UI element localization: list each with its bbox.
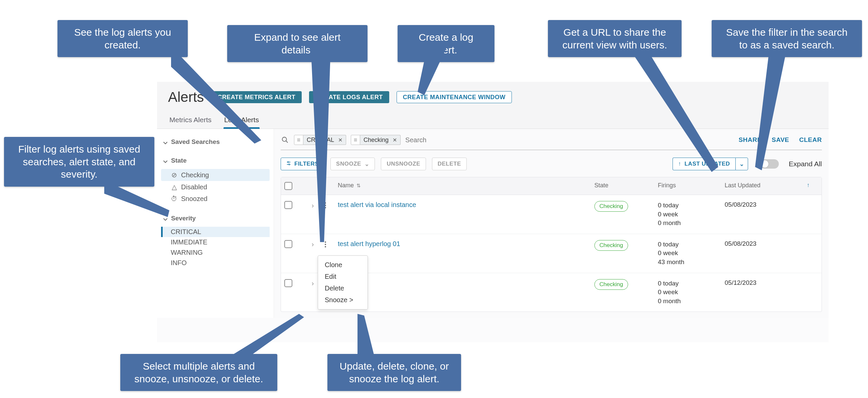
ctx-snooze[interactable]: Snooze >	[318, 294, 368, 306]
select-all-checkbox[interactable]	[284, 182, 292, 190]
svg-point-5	[289, 164, 290, 165]
col-firings[interactable]: Firings	[658, 182, 725, 189]
unsnooze-button[interactable]: Unsnooze	[381, 158, 426, 170]
search-icon[interactable]	[281, 136, 289, 144]
state-header[interactable]: State	[161, 156, 270, 166]
state-item-snoozed[interactable]: ⏱ Snoozed	[161, 193, 270, 205]
svg-marker-9	[635, 57, 718, 172]
table-header: Name ⇅ State Firings Last Updated ↑	[281, 177, 822, 195]
callout-pointer-icon	[234, 314, 311, 357]
svg-marker-12	[234, 314, 304, 356]
svg-marker-8	[417, 45, 448, 95]
filters-icon	[286, 161, 291, 167]
severity-item-info[interactable]: INFO	[161, 258, 270, 268]
delete-button[interactable]: Delete	[432, 158, 467, 170]
state-item-label: Snoozed	[181, 195, 208, 203]
sidebar-section-severity: Severity CRITICAL IMMEDIATE WARNING INFO	[161, 213, 270, 268]
alert-name-link[interactable]: test alert hyperlog 01	[338, 240, 594, 248]
svg-marker-13	[358, 314, 374, 356]
main-panel: = CRITICAL ✕ = Checking ✕ Share S	[274, 129, 829, 318]
state-item-disabled[interactable]: △ Disabled	[161, 181, 270, 193]
chip-equals: =	[351, 135, 360, 145]
severity-label: Severity	[171, 215, 196, 222]
callout-pointer-icon	[104, 180, 171, 220]
app-body: Saved Searches State ⊘ Checking △ Disabl…	[157, 129, 829, 318]
alerts-table: Name ⇅ State Firings Last Updated ↑ › te…	[281, 177, 822, 312]
chevron-down-icon	[163, 158, 168, 163]
firings-cell: 0 today 0 week 0 month	[658, 201, 725, 228]
svg-marker-10	[755, 57, 785, 170]
severity-header[interactable]: Severity	[161, 213, 270, 223]
state-badge: Checking	[594, 201, 628, 212]
col-last-updated[interactable]: Last Updated	[725, 182, 798, 189]
callout-pointer-icon	[347, 314, 388, 357]
ctx-clone[interactable]: Clone	[318, 259, 368, 271]
callout-pointer-icon	[635, 57, 722, 174]
table-row: › test alert via local instance Checking…	[281, 195, 822, 234]
filter-sidebar: Saved Searches State ⊘ Checking △ Disabl…	[157, 129, 274, 318]
annotation-update: Update, delete, clone, or snooze the log…	[328, 354, 461, 391]
clear-button[interactable]: Clear	[799, 136, 822, 143]
svg-marker-7	[311, 45, 331, 242]
checking-icon: ⊘	[170, 171, 178, 179]
annotation-save: Save the filter in the search to as a sa…	[712, 20, 862, 57]
annotation-created: See the log alerts you created.	[58, 20, 188, 57]
filter-chip-checking[interactable]: = Checking ✕	[351, 135, 401, 145]
chip-equals: =	[294, 135, 303, 145]
sort-icon[interactable]: ⇅	[356, 183, 361, 189]
firings-cell: 0 today 0 week 0 month	[658, 279, 725, 306]
svg-marker-6	[171, 57, 261, 143]
chip-value: Checking	[364, 137, 389, 143]
chevron-down-icon: ⌄	[739, 161, 744, 168]
state-item-label: Disabled	[181, 183, 207, 191]
svg-point-3	[288, 162, 289, 163]
severity-item-warning[interactable]: WARNING	[161, 247, 270, 258]
table-row: › test alert hyperlog 01 Checking 0 toda…	[281, 234, 822, 273]
sort-arrow-up-icon[interactable]: ↑	[798, 182, 818, 189]
annotation-share: Get a URL to share the current view with…	[548, 20, 682, 57]
chip-remove-icon[interactable]: ✕	[393, 137, 397, 143]
severity-item-immediate[interactable]: IMMEDIATE	[161, 237, 270, 247]
annotation-select: Select multiple alerts and snooze, unsno…	[120, 354, 277, 391]
svg-line-1	[286, 141, 288, 143]
sidebar-section-state: State ⊘ Checking △ Disabled ⏱ Snoozed	[161, 156, 270, 205]
chevron-down-icon	[163, 139, 168, 144]
state-badge: Checking	[594, 279, 628, 290]
search-bar: = CRITICAL ✕ = Checking ✕ Share S	[281, 135, 822, 150]
firings-cell: 0 today 0 week 43 month	[658, 240, 725, 267]
row-checkbox[interactable]	[284, 201, 292, 209]
callout-pointer-icon	[755, 57, 795, 174]
last-updated-cell: 05/08/2023	[725, 240, 798, 247]
svg-point-0	[282, 137, 287, 141]
annotation-filter: Filter log alerts using saved searches, …	[4, 137, 154, 187]
state-label: State	[171, 157, 186, 164]
ctx-edit[interactable]: Edit	[318, 271, 368, 283]
chevron-down-icon: ⌄	[365, 161, 370, 168]
row-checkbox[interactable]	[284, 240, 292, 248]
callout-pointer-icon	[417, 45, 458, 99]
severity-item-critical[interactable]: CRITICAL	[161, 227, 270, 237]
col-state[interactable]: State	[594, 182, 658, 189]
callout-pointer-icon	[311, 45, 341, 245]
row-context-menu: Clone Edit Delete Snooze >	[318, 256, 368, 309]
last-updated-cell: 05/08/2023	[725, 201, 798, 208]
state-item-checking[interactable]: ⊘ Checking	[161, 169, 270, 181]
alert-name-link[interactable]: test alert via local instance	[338, 201, 594, 209]
last-updated-cell: 05/12/2023	[725, 279, 798, 287]
disabled-icon: △	[170, 183, 178, 191]
toolbar: Filters Snooze ⌄ Unsnooze Delete ↑ Last …	[281, 158, 822, 170]
ctx-delete[interactable]: Delete	[318, 283, 368, 294]
state-badge: Checking	[594, 240, 628, 251]
row-checkbox[interactable]	[284, 279, 292, 287]
snoozed-icon: ⏱	[170, 195, 178, 203]
callout-pointer-icon	[171, 57, 271, 143]
annotation-create: Create a log alert.	[398, 25, 494, 62]
svg-marker-11	[104, 180, 169, 217]
annotation-expand: Expand to see alert details.	[227, 25, 368, 62]
sort-caret-button[interactable]: ⌄	[735, 158, 748, 170]
state-item-label: Checking	[181, 171, 209, 179]
